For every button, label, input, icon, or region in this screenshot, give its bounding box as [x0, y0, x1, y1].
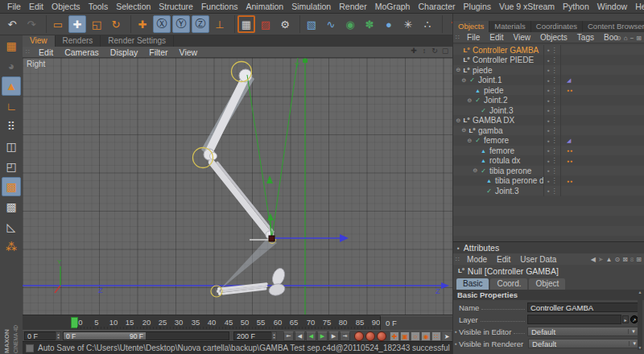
tree-row-rotula-dx[interactable]: ▲rotula dx ●⋮ ●● [453, 156, 644, 167]
om-menu-objects[interactable]: Objects [535, 33, 572, 42]
ik-tag-icon[interactable]: ◢ [567, 77, 571, 84]
weight-tag-icon[interactable]: ●● [567, 179, 573, 183]
object-label[interactable]: Controller PIEDE [473, 56, 534, 64]
vis-menu-icon[interactable]: ⋮ [551, 177, 558, 184]
vis-dot-icon[interactable]: ● [547, 168, 549, 173]
move-tool-icon[interactable]: ✚ [68, 15, 86, 33]
object-label[interactable]: Controller GAMBA [473, 46, 539, 55]
object-label[interactable]: gamba [478, 126, 503, 135]
timeline-tick[interactable]: 80 [339, 318, 348, 327]
next-key-button[interactable]: ▶ [328, 331, 339, 341]
search-icon[interactable]: ⊙ [616, 35, 621, 42]
menu-character[interactable]: Character [414, 2, 459, 11]
record-keyframe-button[interactable] [354, 331, 364, 341]
object-label[interactable]: Joint.3 [495, 187, 518, 196]
vis-menu-icon[interactable]: ⋮ [551, 87, 558, 94]
lock-y-icon[interactable]: Ⓨ [172, 15, 190, 33]
tab-render-settings[interactable]: Render Settings [101, 35, 174, 47]
viewport-menu-cameras[interactable]: Cameras [59, 47, 105, 57]
edges-mode-icon[interactable]: ◫ [2, 137, 21, 156]
om-menu-view[interactable]: View [508, 33, 535, 42]
viewport-menu-edit[interactable]: Edit [33, 47, 59, 57]
tree-row-joint2[interactable]: ⊖✓Joint.2 ●⋮ [453, 96, 644, 106]
tab-coord[interactable]: Coord. [490, 278, 527, 290]
tree-row-joint1[interactable]: ⊖✓Joint.1 ●⋮ ◢ [453, 76, 644, 86]
current-frame-display[interactable]: 0 F [380, 315, 452, 330]
timeline-tick[interactable]: 60 [274, 318, 283, 327]
snap-settings-icon[interactable]: ⁂ [2, 237, 21, 257]
vis-menu-icon[interactable]: ⋮ [551, 147, 558, 154]
visibility-dots[interactable]: ●⋮ [543, 76, 561, 86]
modeling-object-icon[interactable]: ✽ [361, 15, 378, 33]
timeline-tick[interactable]: 0 [78, 318, 82, 327]
key-pla-toggle[interactable]: ∷ [431, 331, 441, 341]
timeline-tick[interactable]: 55 [257, 318, 266, 327]
ik-tag-icon[interactable]: ◢ [567, 138, 571, 144]
visibility-dots[interactable]: ●⋮ [543, 45, 561, 56]
vis-menu-icon[interactable]: ⋮ [551, 47, 558, 54]
vis-dot-icon[interactable]: ● [547, 47, 549, 52]
viewport-menu-view[interactable]: View [174, 47, 204, 57]
visibility-dots[interactable]: ●⋮ [543, 146, 561, 156]
tab-coordinates[interactable]: Coordinates [531, 21, 583, 32]
visibility-dots[interactable]: ●⋮ [543, 126, 561, 136]
preview-range-slider[interactable]: 0 F 90 F [63, 331, 229, 340]
collapse-icon[interactable]: − [630, 35, 634, 42]
object-label[interactable]: femore [484, 136, 509, 145]
visible-editor-dropdown[interactable]: Default▼ [527, 327, 638, 336]
stepper-down-icon[interactable]: ▾ [57, 336, 59, 340]
attr-menu-edit[interactable]: Edit [492, 255, 515, 264]
range-handle[interactable]: 0 F 90 F [64, 332, 146, 340]
key-scale-toggle[interactable]: ▣ [400, 331, 410, 341]
particles-icon[interactable]: ✳ [399, 15, 417, 33]
rotate-tool-icon[interactable]: ↻ [107, 15, 125, 33]
viewport-canvas[interactable]: Right Y Z Y Z [23, 58, 452, 315]
timeline-tick[interactable]: 50 [241, 318, 250, 327]
new-panel-icon[interactable]: ⊞ [636, 35, 642, 42]
tab-object[interactable]: Object [529, 278, 565, 290]
object-label[interactable]: piede [473, 66, 492, 75]
goto-start-button[interactable]: ⇤ [283, 331, 294, 341]
menu-selection[interactable]: Selection [112, 2, 155, 11]
timeline-tick[interactable]: 15 [126, 318, 134, 327]
vis-menu-icon[interactable]: ⋮ [551, 76, 558, 84]
attr-menu-userdata[interactable]: User Data [515, 255, 561, 264]
tree-row-pi­ede-null[interactable]: ⊖Lºpiede ●⋮ [453, 65, 644, 76]
object-label[interactable]: GAMBA DX [473, 116, 514, 125]
vis-menu-icon[interactable]: ⋮ [551, 117, 558, 124]
viewport-menu-display[interactable]: Display [105, 47, 143, 57]
object-mode-icon[interactable]: ▲ [2, 76, 21, 96]
menu-plugins[interactable]: Plugins [460, 2, 495, 11]
tab-content-browser[interactable]: Content Browser [583, 21, 644, 32]
tree-row-tibia-perone[interactable]: ⊖✓tibia perone ●⋮ [453, 166, 644, 176]
expander-icon[interactable]: ⊖ [455, 117, 462, 124]
om-menu-file[interactable]: File [462, 33, 485, 42]
texture-mode-icon[interactable]: ▩ [2, 177, 21, 196]
vis-menu-icon[interactable]: ⋮ [551, 107, 558, 114]
rotate-view-icon[interactable]: ↻ [431, 47, 439, 55]
points-mode-icon[interactable]: ⠿ [2, 117, 21, 136]
autokeying-button[interactable] [365, 331, 375, 341]
timeline-tick[interactable]: 65 [290, 318, 299, 327]
prev-key-button[interactable]: ◀ [295, 331, 305, 341]
polygons-mode-icon[interactable]: ◰ [2, 157, 21, 176]
history-back-icon[interactable]: ◀ [591, 256, 596, 263]
visibility-dots[interactable]: ●⋮ [543, 96, 561, 106]
menu-window[interactable]: Window [593, 2, 631, 11]
expander-icon[interactable]: ⊖ [460, 77, 468, 84]
play-backwards-button[interactable]: ◀ [306, 331, 316, 341]
timeline-tick[interactable]: 70 [307, 318, 316, 327]
tree-row-piede-mesh[interactable]: ▲piede ●⋮ ●● [453, 85, 644, 96]
generator-icon[interactable]: ◉ [341, 15, 359, 33]
keyframe-selection-toggle[interactable]: ➤ [442, 331, 452, 341]
timeline-tick[interactable]: 90 [372, 318, 381, 327]
link-icon[interactable]: 8 [630, 256, 634, 263]
menu-objects[interactable]: Objects [47, 2, 85, 11]
visibility-dots[interactable]: ●⋮ [543, 116, 561, 126]
tree-row-gamba-dx[interactable]: ⊖LºGAMBA DX ●⋮ [453, 116, 644, 126]
make-editable-icon[interactable]: ▦ [2, 36, 21, 56]
attr-menu-mode[interactable]: Mode [462, 255, 492, 264]
menu-python[interactable]: Python [559, 2, 593, 11]
tree-row-tibia-perone-dx[interactable]: ▲tibia perone dx ●⋮ ●● [453, 176, 644, 187]
total-frames-stepper[interactable]: ▴▾ [271, 331, 277, 340]
